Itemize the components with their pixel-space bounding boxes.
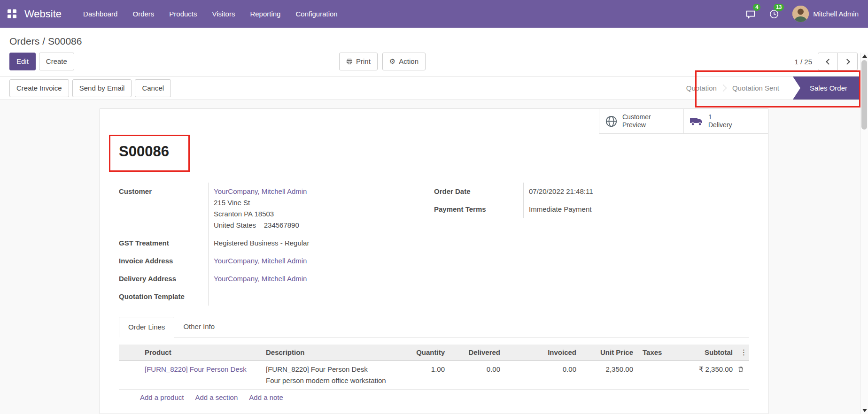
order-date-label: Order Date	[434, 183, 523, 200]
chevron-right-icon	[844, 59, 850, 65]
payment-terms-value: Immediate Payment	[523, 200, 749, 218]
tab-order-lines[interactable]: Order Lines	[119, 317, 174, 337]
cancel-button[interactable]: Cancel	[135, 79, 171, 97]
delete-row-button[interactable]	[737, 361, 750, 389]
invoice-address-link[interactable]: YourCompany, Mitchell Admin	[214, 257, 307, 265]
pager-value: 1 / 25	[794, 58, 812, 66]
app-brand[interactable]: Website	[24, 8, 62, 20]
form-view-container: Customer Preview 1 Delivery	[0, 100, 868, 414]
delivery-smart-button[interactable]: 1 Delivery	[683, 109, 768, 134]
stage-quotation[interactable]: Quotation	[678, 84, 725, 92]
nav-item-products[interactable]: Products	[162, 0, 204, 28]
unit-price-column-header: Unit Price	[581, 345, 638, 360]
apps-grid-icon[interactable]	[8, 9, 17, 19]
customer-field: YourCompany, Mitchell Admin 215 Vine St …	[208, 183, 434, 234]
description-cell: [FURN_8220] Four Person Desk Four person…	[261, 361, 401, 389]
payment-terms-label: Payment Terms	[434, 200, 523, 218]
user-name[interactable]: Mitchell Admin	[813, 10, 868, 18]
invoice-address-label: Invoice Address	[119, 252, 208, 270]
order-lines-header-row: Product Description Quantity Delivered I…	[119, 345, 749, 361]
nav-item-orders[interactable]: Orders	[125, 0, 162, 28]
order-title: S00086	[119, 143, 749, 160]
truck-icon	[690, 115, 704, 127]
description-column-header: Description	[261, 345, 401, 360]
unit-price-cell: 2,350.00	[581, 361, 638, 389]
customer-address-line: 215 Vine St	[214, 197, 434, 208]
user-avatar[interactable]	[792, 6, 809, 22]
status-pipeline: Quotation Quotation Sent Sales Order	[678, 77, 868, 100]
customer-link[interactable]: YourCompany, Mitchell Admin	[214, 187, 307, 195]
customer-address-line: Scranton PA 18503	[214, 208, 434, 220]
left-field-group: Customer YourCompany, Mitchell Admin 215…	[119, 183, 434, 306]
invoiced-cell: 0.00	[505, 361, 581, 389]
scrollbar-up-arrow-icon[interactable]	[862, 54, 867, 58]
vertical-scrollbar[interactable]	[860, 53, 868, 414]
breadcrumb-separator: /	[42, 36, 45, 46]
nav-item-visitors[interactable]: Visitors	[205, 0, 243, 28]
invoiced-column-header: Invoiced	[505, 345, 581, 360]
customer-address-line: United States – 234567890	[214, 220, 434, 231]
order-line-row[interactable]: [FURN_8220] Four Person Desk [FURN_8220]…	[119, 361, 749, 390]
print-button[interactable]: Print	[339, 53, 378, 70]
customer-preview-button[interactable]: Customer Preview	[599, 109, 683, 134]
gst-treatment-label: GST Treatment	[119, 234, 208, 252]
form-sheet: Customer Preview 1 Delivery	[100, 108, 768, 414]
subtotal-column-header: Subtotal	[675, 345, 737, 360]
send-by-email-button[interactable]: Send by Email	[72, 79, 132, 97]
delivery-address-link[interactable]: YourCompany, Mitchell Admin	[214, 275, 307, 283]
chevron-left-icon	[826, 59, 832, 65]
product-link[interactable]: [FURN_8220] Four Person Desk	[145, 365, 247, 373]
messages-button[interactable]: 4	[739, 0, 762, 28]
add-a-product-link[interactable]: Add a product	[140, 393, 184, 401]
activities-button[interactable]: 13	[762, 0, 786, 28]
nav-item-dashboard[interactable]: Dashboard	[76, 0, 125, 28]
add-a-section-link[interactable]: Add a section	[195, 393, 238, 401]
stage-sales-order-active[interactable]: Sales Order	[793, 77, 860, 100]
gst-treatment-value: Registered Business - Regular	[208, 234, 434, 252]
delivered-column-header: Delivered	[450, 345, 505, 360]
messages-badge: 4	[753, 4, 760, 11]
row-handle[interactable]	[119, 361, 140, 389]
control-panel: Edit Create Print ⚙ Action 1 / 25	[0, 50, 868, 75]
printer-icon	[346, 58, 353, 65]
taxes-cell	[638, 361, 675, 389]
stage-quotation-sent[interactable]: Quotation Sent	[724, 84, 787, 92]
kebab-icon[interactable]: ⋮	[737, 345, 750, 360]
right-field-group: Order Date 07/20/2022 21:48:11 Payment T…	[434, 183, 749, 306]
product-cell: [FURN_8220] Four Person Desk	[140, 361, 261, 389]
invoice-address-field: YourCompany, Mitchell Admin	[208, 252, 434, 270]
notebook-tabs: Order Lines Other Info	[119, 317, 749, 337]
activities-badge: 13	[774, 4, 784, 11]
breadcrumb-current: S00086	[48, 36, 82, 46]
field-groups: Customer YourCompany, Mitchell Admin 215…	[119, 183, 749, 306]
handle-column-header	[119, 345, 140, 360]
add-a-note-link[interactable]: Add a note	[249, 393, 283, 401]
nav-item-reporting[interactable]: Reporting	[242, 0, 288, 28]
tab-other-info[interactable]: Other Info	[174, 317, 224, 337]
create-invoice-button[interactable]: Create Invoice	[9, 79, 69, 97]
action-button[interactable]: ⚙ Action	[382, 53, 426, 70]
delivery-address-label: Delivery Address	[119, 270, 208, 288]
globe-icon	[605, 115, 618, 128]
top-navbar: Website Dashboard Orders Products Visito…	[0, 0, 868, 28]
trash-icon	[737, 366, 744, 373]
subtotal-cell: ₹ 2,350.00	[675, 361, 737, 389]
nav-item-configuration[interactable]: Configuration	[288, 0, 345, 28]
create-button[interactable]: Create	[39, 53, 74, 70]
taxes-column-header: Taxes	[638, 345, 675, 360]
scrollbar-down-arrow-icon[interactable]	[862, 409, 867, 412]
scrollbar-thumb[interactable]	[861, 60, 867, 130]
pager-previous-button[interactable]	[818, 53, 838, 70]
breadcrumb: Orders/S00086	[0, 28, 868, 50]
edit-button[interactable]: Edit	[9, 53, 36, 70]
breadcrumb-parent[interactable]: Orders	[9, 36, 39, 46]
stat-button-box: Customer Preview 1 Delivery	[119, 109, 768, 134]
order-lines-footer: Add a product Add a section Add a note	[119, 390, 749, 408]
statusbar: Create Invoice Send by Email Cancel Quot…	[0, 76, 868, 100]
pager-next-button[interactable]	[837, 53, 858, 70]
quantity-cell: 1.00	[401, 361, 450, 389]
quantity-column-header: Quantity	[401, 345, 450, 360]
delivery-address-field: YourCompany, Mitchell Admin	[208, 270, 434, 288]
delivered-cell: 0.00	[450, 361, 505, 389]
order-lines-table: Product Description Quantity Delivered I…	[119, 345, 749, 408]
